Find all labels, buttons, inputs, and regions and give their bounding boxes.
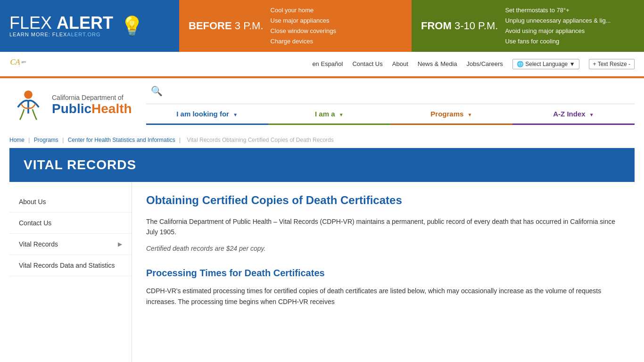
cdph-logo-text: California Department of PublicHealth	[52, 94, 132, 116]
jobs-link[interactable]: Jobs/Careers	[467, 60, 503, 67]
flex-alert-from-label: FROM 3-10 P.M.	[421, 20, 498, 32]
breadcrumb: Home | Programs | Center for Health Stat…	[0, 132, 644, 148]
nav-az-index[interactable]: A-Z Index ▼	[512, 104, 635, 125]
main-nav-right: 🔍 I am looking for ▼ I am a ▼ Programs ▼…	[146, 85, 635, 125]
flex-alert-title: FLEX ALERT	[9, 15, 113, 32]
top-nav: CA .gov en Español Contact Us About News…	[0, 52, 644, 76]
flex-alert-before-label: BEFORE 3 P.M.	[189, 20, 264, 32]
nav-i-am-a[interactable]: I am a ▼	[268, 104, 390, 125]
bulb-icon: 💡	[120, 15, 144, 37]
page-title: VITAL RECORDS	[24, 157, 620, 173]
breadcrumb-home[interactable]: Home	[9, 137, 25, 143]
content-intro: The California Department of Public Heal…	[146, 216, 620, 238]
flex-alert-subtitle: LEARN MORE: FLEXALERT.ORG	[9, 32, 113, 37]
sidebar-item-about-us[interactable]: About Us	[9, 191, 132, 213]
processing-heading: Processing Times for Death Certificates	[146, 268, 620, 279]
chevron-down-icon: ▼	[468, 112, 472, 117]
main-content: Obtaining Certified Copies of Death Cert…	[132, 182, 635, 362]
about-link[interactable]: About	[392, 60, 408, 67]
contact-link[interactable]: Contact Us	[352, 60, 382, 67]
from-tip-4: Use fans for cooling	[505, 36, 611, 47]
from-tip-3: Avoid using major appliances	[505, 26, 611, 36]
flex-alert-from-tips: Set thermostats to 78°+ Unplug unnecessa…	[505, 5, 611, 47]
tip-2: Use major appliances	[271, 16, 336, 26]
news-link[interactable]: News & Media	[418, 60, 457, 67]
flex-alert-left: FLEX ALERT LEARN MORE: FLEXALERT.ORG 💡	[0, 0, 179, 52]
flex-alert-banner: FLEX ALERT LEARN MORE: FLEXALERT.ORG 💡 B…	[0, 0, 644, 52]
breadcrumb-programs[interactable]: Programs	[34, 137, 58, 143]
ca-gov-logo[interactable]: CA .gov	[9, 56, 38, 72]
main-nav: California Department of PublicHealth 🔍 …	[0, 78, 644, 132]
flex-alert-before: BEFORE 3 P.M. Cool your home Use major a…	[179, 0, 412, 52]
globe-icon: 🌐	[517, 61, 524, 67]
flex-alert-logo: FLEX ALERT LEARN MORE: FLEXALERT.ORG	[9, 15, 113, 37]
tip-4: Charge devices	[271, 36, 336, 47]
tip-1: Cool your home	[271, 5, 336, 16]
nav-menu: I am looking for ▼ I am a ▼ Programs ▼ A…	[146, 104, 635, 125]
nav-looking-for[interactable]: I am looking for ▼	[146, 104, 268, 125]
breadcrumb-current: Vital Records Obtaining Certified Copies…	[187, 137, 334, 143]
svg-point-3	[24, 90, 33, 99]
sidebar-item-contact-us[interactable]: Contact Us	[9, 213, 132, 234]
tip-3: Close window coverings	[271, 26, 336, 36]
chevron-down-icon: ▼	[339, 112, 344, 117]
content-fee-note: Certified death records are $24 per copy…	[146, 243, 620, 254]
chevron-down-icon: ▼	[589, 112, 594, 117]
page-header: VITAL RECORDS	[9, 148, 635, 182]
sidebar-item-vital-records[interactable]: Vital Records ▶	[9, 234, 132, 255]
svg-text:CA: CA	[10, 58, 21, 66]
sidebar-item-vital-records-data[interactable]: Vital Records Data and Statistics	[9, 255, 132, 276]
text-resize-control[interactable]: + Text Resize -	[589, 59, 635, 69]
chevron-right-icon: ▶	[118, 241, 122, 247]
svg-text:.gov: .gov	[21, 60, 26, 63]
sidebar: About Us Contact Us Vital Records ▶ Vita…	[9, 182, 132, 362]
flex-alert-from: FROM 3-10 P.M. Set thermostats to 78°+ U…	[412, 0, 644, 52]
flex-alert-before-tips: Cool your home Use major appliances Clos…	[271, 5, 336, 47]
language-select[interactable]: 🌐 Select Language ▼	[512, 59, 579, 69]
espanol-link[interactable]: en Español	[312, 60, 343, 67]
content-heading: Obtaining Certified Copies of Death Cert…	[146, 194, 620, 207]
cdph-logo[interactable]: California Department of PublicHealth	[9, 86, 132, 124]
from-tip-2: Unplug unnecessary appliances & lig...	[505, 16, 611, 26]
top-nav-links: en Español Contact Us About News & Media…	[312, 59, 635, 69]
nav-programs[interactable]: Programs ▼	[390, 104, 512, 125]
processing-text: CDPH-VR's estimated processing times for…	[146, 286, 620, 307]
from-tip-1: Set thermostats to 78°+	[505, 5, 611, 16]
chevron-down-icon: ▼	[233, 112, 238, 117]
breadcrumb-chsi[interactable]: Center for Health Statistics and Informa…	[68, 137, 175, 143]
search-bar: 🔍	[146, 85, 635, 97]
search-icon[interactable]: 🔍	[151, 85, 163, 97]
content-area: About Us Contact Us Vital Records ▶ Vita…	[0, 182, 644, 362]
